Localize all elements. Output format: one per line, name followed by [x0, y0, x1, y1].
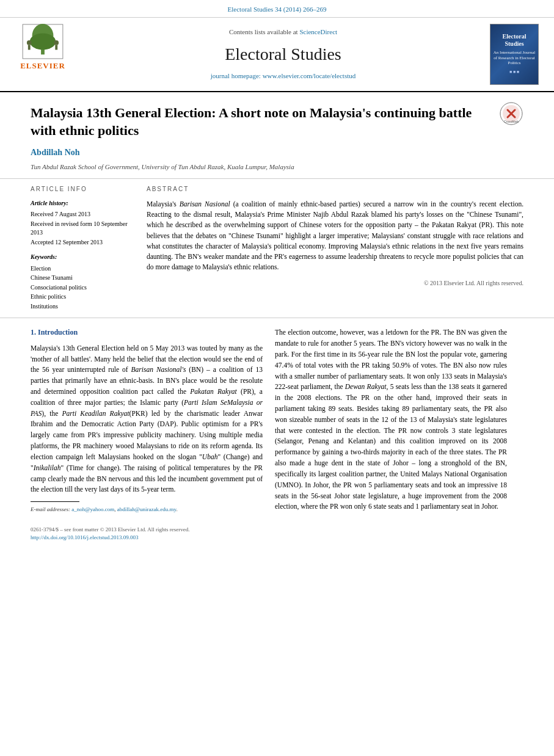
email-link-1[interactable]: a_noh@yahoo.com	[71, 506, 114, 512]
cover-decoration: ■ ■ ■	[509, 69, 519, 75]
received-date: Received 7 August 2013	[31, 210, 134, 219]
svg-point-4	[27, 40, 32, 45]
author-affiliation: Tun Abdul Razak School of Government, Un…	[31, 162, 493, 172]
publisher-logo-area: ELSEVIER	[6, 24, 79, 85]
article-title-section: Malaysia 13th General Election: A short …	[0, 92, 554, 179]
abstract-body: Malaysia's Barisan Nasional (a coalition…	[147, 199, 523, 273]
cover-title: Electoral Studies	[493, 33, 536, 48]
page-wrapper: Electoral Studies 34 (2014) 266–269	[0, 0, 554, 556]
article-info-heading: ARTICLE INFO	[31, 185, 134, 194]
keywords-heading: Keywords:	[31, 253, 134, 262]
svg-rect-7	[55, 45, 57, 50]
email-label: E-mail addresses:	[31, 506, 70, 512]
elsevier-tree-icon	[21, 24, 64, 59]
journal-reference: Electoral Studies 34 (2014) 266–269	[0, 0, 554, 18]
cover-subtitle: An International Journal of Research in …	[493, 50, 536, 65]
doi-link[interactable]: http://dx.doi.org/10.1016/j.electstud.20…	[31, 534, 139, 540]
footnote-divider	[31, 501, 79, 502]
keyword-2: Chinese Tsunami	[31, 274, 134, 283]
author-name: Abdillah Noh	[31, 147, 493, 159]
crossmark-icon: CrossMark	[499, 101, 523, 126]
svg-text:CrossMark: CrossMark	[504, 120, 519, 123]
elsevier-logo: ELSEVIER	[6, 24, 79, 72]
article-info-abstract-section: ARTICLE INFO Article history: Received 7…	[0, 179, 554, 318]
journal-name: Electoral Studies	[86, 42, 481, 67]
keyword-1: Election	[31, 264, 134, 274]
contents-availability: Contents lists available at ScienceDirec…	[86, 27, 481, 37]
keywords-section: Keywords: Election Chinese Tsunami Conso…	[31, 253, 134, 311]
history-heading: Article history:	[31, 199, 134, 208]
article-main-title: Malaysia 13th General Election: A short …	[31, 104, 493, 139]
abstract-heading: ABSTRACT	[147, 185, 523, 194]
revised-date: Received in revised form 10 September 20…	[31, 220, 134, 237]
right-column: The election outcome, however, was a let…	[275, 327, 507, 517]
issn-line: 0261-3794/$ – see front matter © 2013 El…	[31, 526, 523, 534]
homepage-url: www.elsevier.com/locate/electstud	[263, 72, 356, 79]
homepage-line: journal homepage: www.elsevier.com/locat…	[86, 71, 481, 81]
journal-title-area: Contents lists available at ScienceDirec…	[86, 24, 481, 85]
svg-point-3	[30, 33, 56, 49]
doi-line: http://dx.doi.org/10.1016/j.electstud.20…	[31, 534, 523, 542]
left-body-paragraph: Malaysia's 13th General Election held on…	[31, 343, 263, 495]
keyword-4: Ethnic politics	[31, 293, 134, 302]
abstract-col: ABSTRACT Malaysia's Barisan Nasional (a …	[147, 185, 523, 311]
crossmark-badge: CrossMark	[499, 101, 523, 129]
sciencedirect-link[interactable]: ScienceDirect	[299, 28, 337, 35]
main-body-section: 1. Introduction Malaysia's 13th General …	[0, 318, 554, 523]
keyword-3: Consociational politics	[31, 283, 134, 293]
journal-ref-text: Electoral Studies 34 (2014) 266–269	[228, 5, 327, 13]
bottom-info: 0261-3794/$ – see front matter © 2013 El…	[0, 523, 554, 544]
svg-point-6	[54, 40, 59, 45]
email-link-2[interactable]: abdillah@unirazak.edu.my	[117, 506, 177, 512]
journal-cover-area: Electoral Studies An International Journ…	[487, 24, 542, 85]
keyword-5: Institutions	[31, 302, 134, 311]
homepage-label: journal homepage:	[211, 72, 261, 79]
journal-cover: Electoral Studies An International Journ…	[490, 24, 539, 85]
copyright-notice: © 2013 Elsevier Ltd. All rights reserved…	[147, 279, 523, 288]
left-column: 1. Introduction Malaysia's 13th General …	[31, 327, 263, 517]
accepted-date: Accepted 12 September 2013	[31, 238, 134, 247]
journal-header: ELSEVIER Contents lists available at Sci…	[0, 18, 554, 92]
right-body-paragraph: The election outcome, however, was a let…	[275, 327, 507, 512]
elsevier-brand-text: ELSEVIER	[20, 60, 65, 72]
svg-rect-5	[28, 45, 31, 50]
section-1-heading: 1. Introduction	[31, 327, 263, 338]
contents-label: Contents lists available at	[229, 28, 298, 35]
article-info-col: ARTICLE INFO Article history: Received 7…	[31, 185, 134, 311]
footnote-emails: E-mail addresses: a_noh@yahoo.com, abdil…	[31, 506, 263, 514]
